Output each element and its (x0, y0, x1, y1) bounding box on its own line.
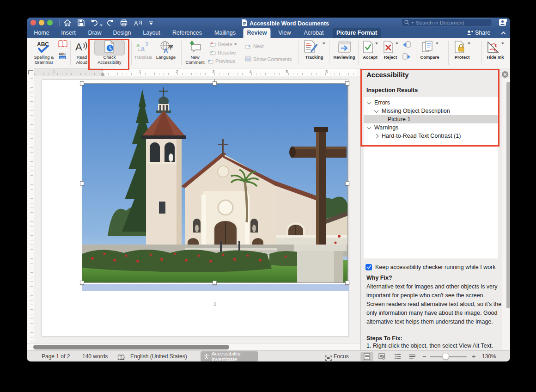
tab-layout[interactable]: Layout (139, 28, 164, 38)
resize-handle-se[interactable] (345, 281, 349, 285)
horizontal-ruler[interactable]: 1 1 2 3 4 5 6 (27, 68, 360, 76)
accept-button[interactable]: Accept (360, 39, 380, 60)
read-aloud-icon[interactable]: A (134, 19, 143, 26)
focus-icon[interactable] (325, 354, 332, 361)
thesaurus-button[interactable] (58, 40, 67, 49)
tab-home[interactable]: Home (30, 28, 53, 38)
resize-handle-n[interactable] (213, 81, 217, 86)
resize-handle-w[interactable] (80, 181, 84, 185)
protect-icon (450, 39, 474, 55)
tab-draw[interactable]: Draw (84, 28, 105, 38)
left-indent-marker[interactable] (101, 74, 104, 76)
print-layout-view-button[interactable] (360, 352, 373, 361)
focus-label[interactable]: Focus (334, 351, 349, 361)
delete-comment-icon (210, 42, 216, 47)
tab-design[interactable]: Design (110, 28, 135, 38)
resize-handle-ne[interactable] (345, 81, 349, 86)
previous-change-button[interactable] (402, 41, 411, 51)
account-icon[interactable] (499, 19, 507, 28)
keep-running-checkbox-row[interactable]: Keep accessibility checker running while… (365, 264, 496, 270)
resolve-comment-button: Resolve (210, 50, 236, 55)
collapse-ribbon-button[interactable] (501, 28, 506, 38)
zoom-in-button[interactable]: + (472, 351, 476, 361)
hide-ink-icon (483, 39, 507, 55)
language-indicator[interactable]: English (United States) (130, 351, 187, 361)
tab-view[interactable]: View (275, 28, 295, 38)
compare-button[interactable]: Compare (418, 39, 442, 60)
save-icon[interactable] (78, 19, 85, 26)
compare-dropdown-icon[interactable] (436, 43, 439, 44)
hide-ink-dropdown-icon[interactable] (501, 43, 504, 44)
accept-icon (360, 39, 380, 55)
checkbox-checked-icon[interactable] (365, 264, 372, 270)
svg-text:A: A (164, 47, 168, 53)
pane-close-button[interactable] (502, 71, 508, 78)
ribbon-divider (329, 41, 329, 65)
reject-dropdown-icon[interactable] (396, 43, 398, 44)
resize-handle-s[interactable] (213, 281, 217, 285)
print-icon[interactable] (120, 19, 128, 26)
accept-dropdown-icon[interactable] (375, 43, 378, 44)
protect-dropdown-icon[interactable] (468, 43, 470, 44)
tab-insert[interactable]: Insert (57, 28, 79, 38)
ribbon-divider (358, 41, 359, 65)
tab-stop-selector-icon[interactable] (28, 70, 33, 74)
next-change-button[interactable] (402, 53, 411, 63)
language-button[interactable]: A字 Language (154, 39, 177, 60)
word-count[interactable]: 140 words (82, 351, 108, 361)
word-count-button[interactable]: ABC123 (59, 52, 67, 61)
page-indicator[interactable]: Page 1 of 2 (42, 351, 70, 361)
tab-acrobat[interactable]: Acrobat (300, 28, 327, 38)
tracking-button[interactable]: Tracking (300, 39, 328, 60)
accessibility-person-icon (204, 353, 209, 360)
spelling-grammar-button[interactable]: ABC Spelling &Grammar (30, 39, 57, 65)
minimize-light[interactable] (39, 20, 44, 25)
zoom-light[interactable] (47, 20, 53, 25)
search-input[interactable]: Search in Document (401, 18, 492, 26)
church-photo[interactable] (82, 84, 347, 282)
resize-handle-sw[interactable] (80, 281, 84, 285)
tracking-dropdown-icon[interactable] (323, 43, 325, 44)
outline-view-button[interactable] (391, 352, 404, 361)
accessibility-status-button[interactable]: Accessibility: Investigate (201, 351, 258, 361)
tab-references[interactable]: References (169, 28, 206, 38)
proofing-icon[interactable] (117, 353, 125, 361)
resolve-comment-icon (210, 50, 216, 55)
zoom-out-button[interactable]: − (422, 351, 426, 361)
hide-ink-button[interactable]: Hide Ink (483, 39, 507, 60)
tab-review[interactable]: Review (243, 28, 270, 38)
horizontal-scrollbar[interactable] (27, 343, 360, 350)
resize-handle-nw[interactable] (80, 81, 84, 86)
draft-view-button[interactable] (406, 352, 419, 361)
close-icon (503, 73, 507, 76)
search-scope-dropdown-icon[interactable] (411, 22, 414, 24)
protect-button[interactable]: Protect (450, 39, 474, 60)
resize-handle-e[interactable] (345, 181, 349, 185)
pane-scrollbar[interactable] (502, 79, 510, 350)
reviewing-button[interactable]: Reviewing (331, 39, 358, 60)
new-comment-icon (184, 39, 206, 55)
why-fix-body: Alternative text for images and other ob… (366, 282, 503, 326)
zoom-level[interactable]: 130% (482, 351, 496, 361)
steps-to-fix-heading: Steps To Fix: (366, 335, 402, 342)
show-comments-icon (245, 56, 251, 62)
reject-button[interactable]: Reject (381, 39, 400, 60)
new-comment-button[interactable]: NewComment (184, 39, 206, 65)
ruler-margin-number: 1 (53, 69, 55, 74)
redo-icon[interactable] (106, 19, 114, 26)
undo-icon[interactable] (91, 19, 98, 26)
vertical-ruler[interactable] (27, 76, 34, 350)
horizontal-scrollbar-thumb[interactable] (33, 345, 229, 349)
tracking-icon (300, 39, 328, 55)
web-layout-view-button[interactable] (375, 352, 388, 361)
word-count-icon: ABC123 (59, 52, 67, 59)
home-icon[interactable] (64, 19, 71, 26)
zoom-slider-thumb[interactable] (442, 353, 449, 360)
pane-scrollbar-thumb[interactable] (506, 82, 510, 308)
share-button[interactable]: Share (467, 28, 490, 38)
customize-toolbar-icon[interactable] (149, 19, 153, 26)
tab-picture-format[interactable]: Picture Format (333, 28, 381, 38)
translate-button: aa Translate (133, 39, 153, 60)
close-light[interactable] (30, 20, 36, 25)
tab-mailings[interactable]: Mailings (211, 28, 239, 38)
